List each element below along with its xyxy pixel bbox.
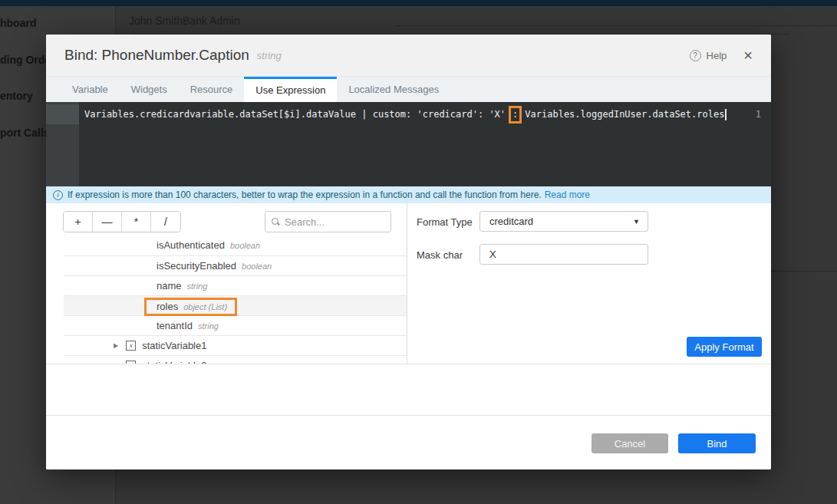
tab-use-expression[interactable]: Use Expression [244, 77, 337, 102]
code-segment: Variables.loggedInUser.dataSet.roles [525, 109, 724, 120]
canvas-dotted-line [771, 271, 837, 272]
tab-variable[interactable]: Variable [61, 77, 120, 102]
tree-label: roles [157, 301, 178, 312]
type-badge: string [257, 50, 282, 61]
format-panel: Format Type creditcard ▼ Mask char Apply… [407, 203, 771, 364]
header-actions: ? Help × [690, 48, 753, 63]
editor-gutter-active-line [46, 104, 79, 124]
chevron-right-icon[interactable]: ▶ [114, 356, 118, 364]
code-segment: Variables.credicardvariable.dataSet[$i].… [84, 109, 506, 120]
tree-label: tenantId [157, 320, 193, 331]
tree-row-tenantid[interactable]: tenantIdstring [64, 315, 407, 335]
bind-button[interactable]: Bind [678, 433, 756, 453]
tree-label: name [157, 280, 182, 292]
expression-editor[interactable]: 1 Variables.credicardvariable.dataSet[$i… [46, 102, 771, 186]
colon-annotation: : [509, 106, 522, 124]
bind-dialog: Bind: PhoneNumber.Caption string ? Help … [46, 35, 771, 469]
help-icon: ? [690, 50, 701, 61]
tree-label: staticVariable2 [142, 356, 206, 364]
read-more-link[interactable]: Read more [545, 189, 590, 200]
tree-row-issecurityenabled[interactable]: isSecurityEnabledboolean [64, 255, 407, 275]
tree-label: isSecurityEnabled [157, 260, 236, 272]
tree-row-roles-selected[interactable]: rolesobject (List) [64, 295, 407, 315]
dialog-header: Bind: PhoneNumber.Caption string ? Help … [46, 35, 771, 77]
app-topbar [0, 0, 837, 6]
search-input[interactable] [285, 216, 384, 228]
tree-type: string [187, 282, 208, 291]
line-number: 1 [756, 104, 761, 124]
sidebar-item-dashboard: hboard [0, 17, 36, 29]
tree-row-isauthenticated[interactable]: isAuthenticatedboolean [64, 236, 407, 255]
dialog-title: Bind: PhoneNumber.Caption [64, 47, 249, 64]
format-type-value: creditcard [489, 216, 533, 227]
variable-tree: isAuthenticatedboolean isSecurityEnabled… [64, 236, 407, 364]
expression-info-bar: i If expression is more than 100 charact… [46, 186, 771, 203]
search-icon [272, 218, 279, 226]
sidebar-item-inventory: entory [0, 90, 33, 102]
tree-label: isAuthenticated [157, 239, 225, 251]
tree-row-staticvariable1[interactable]: ▶ x staticVariable1 [64, 335, 407, 355]
sidebar-item-support-calls: port Calls [0, 127, 50, 139]
close-icon[interactable]: × [743, 48, 753, 63]
empty-band [46, 364, 771, 415]
mask-char-input[interactable] [479, 244, 648, 265]
tab-localized-messages[interactable]: Localized Messages [337, 77, 450, 102]
tab-resource[interactable]: Resource [179, 77, 245, 102]
cancel-button[interactable]: Cancel [592, 433, 668, 453]
tree-row-name[interactable]: namestring [64, 275, 407, 295]
info-text: If expression is more than 100 character… [68, 189, 542, 200]
static-variable-icon: x [126, 361, 136, 364]
divide-operator-button[interactable]: / [151, 212, 180, 232]
roles-annotation-box: rolesobject (List) [144, 298, 237, 316]
format-type-select[interactable]: creditcard ▼ [479, 211, 648, 232]
format-type-label: Format Type [417, 216, 473, 228]
background-user-label: John SmithBank Admin [129, 15, 240, 27]
search-box [265, 211, 391, 232]
screen: hboard ding Order entory port Calls John… [0, 0, 837, 504]
variables-panel: + — * / isAuthenticatedboolean isSecurit… [46, 203, 407, 364]
expression-code[interactable]: Variables.credicardvariable.dataSet[$i].… [84, 104, 727, 124]
chevron-right-icon[interactable]: ▶ [114, 336, 118, 356]
text-caret [725, 109, 727, 120]
dialog-body: + — * / isAuthenticatedboolean isSecurit… [46, 203, 771, 364]
apply-format-button[interactable]: Apply Format [687, 337, 762, 357]
plus-operator-button[interactable]: + [64, 212, 93, 232]
mask-char-label: Mask char [417, 249, 463, 261]
dialog-footer: Cancel Bind [46, 415, 771, 469]
help-button[interactable]: ? Help [690, 50, 727, 61]
tree-type: object (List) [183, 302, 227, 311]
minus-operator-button[interactable]: — [93, 212, 122, 232]
tab-widgets[interactable]: Widgets [120, 77, 179, 102]
chevron-down-icon: ▼ [633, 218, 640, 226]
multiply-operator-button[interactable]: * [122, 212, 151, 232]
help-label: Help [707, 50, 727, 61]
static-variable-icon: x [126, 341, 136, 351]
bind-tabs: Variable Widgets Resource Use Expression… [46, 77, 771, 102]
tree-type: boolean [230, 241, 260, 250]
canvas-dotted-line [397, 25, 837, 26]
operator-group: + — * / [63, 211, 181, 232]
tree-type: string [198, 321, 219, 331]
tree-type: boolean [242, 262, 272, 271]
tree-label: staticVariable1 [142, 336, 206, 356]
info-icon: i [53, 190, 63, 200]
tree-row-staticvariable2[interactable]: ▶ x staticVariable2 [64, 355, 407, 364]
